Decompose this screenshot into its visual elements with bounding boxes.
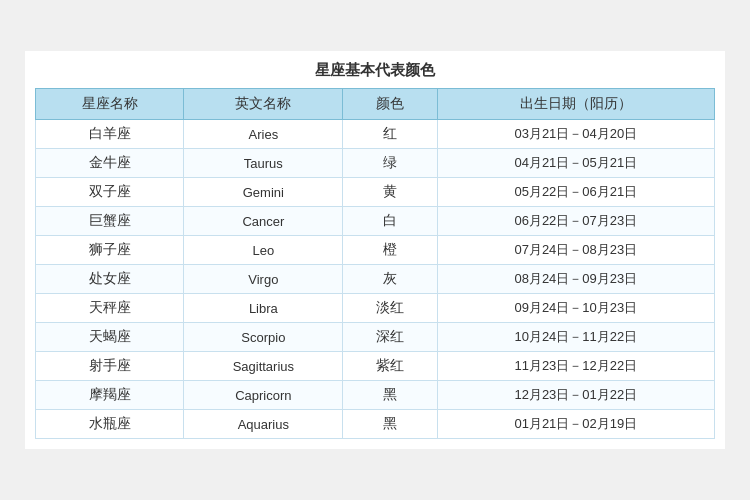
cell-chinese: 白羊座 xyxy=(36,120,184,149)
col-header-dates: 出生日期（阳历） xyxy=(437,89,714,120)
cell-color: 淡红 xyxy=(343,294,437,323)
cell-color: 黑 xyxy=(343,381,437,410)
cell-english: Gemini xyxy=(184,178,343,207)
table-row: 双子座Gemini黄05月22日－06月21日 xyxy=(36,178,715,207)
cell-chinese: 巨蟹座 xyxy=(36,207,184,236)
cell-color: 绿 xyxy=(343,149,437,178)
cell-chinese: 水瓶座 xyxy=(36,410,184,439)
main-container: 星座基本代表颜色 星座名称 英文名称 颜色 出生日期（阳历） 白羊座Aries红… xyxy=(25,51,725,449)
page-title: 星座基本代表颜色 xyxy=(35,61,715,80)
cell-english: Scorpio xyxy=(184,323,343,352)
cell-english: Libra xyxy=(184,294,343,323)
cell-chinese: 狮子座 xyxy=(36,236,184,265)
cell-color: 灰 xyxy=(343,265,437,294)
cell-chinese: 天蝎座 xyxy=(36,323,184,352)
zodiac-table: 星座名称 英文名称 颜色 出生日期（阳历） 白羊座Aries红03月21日－04… xyxy=(35,88,715,439)
cell-color: 红 xyxy=(343,120,437,149)
cell-color: 深红 xyxy=(343,323,437,352)
table-row: 狮子座Leo橙07月24日－08月23日 xyxy=(36,236,715,265)
table-row: 摩羯座Capricorn黑12月23日－01月22日 xyxy=(36,381,715,410)
table-row: 白羊座Aries红03月21日－04月20日 xyxy=(36,120,715,149)
cell-color: 橙 xyxy=(343,236,437,265)
cell-dates: 09月24日－10月23日 xyxy=(437,294,714,323)
cell-dates: 10月24日－11月22日 xyxy=(437,323,714,352)
cell-dates: 03月21日－04月20日 xyxy=(437,120,714,149)
cell-color: 黑 xyxy=(343,410,437,439)
cell-english: Aries xyxy=(184,120,343,149)
cell-color: 黄 xyxy=(343,178,437,207)
table-row: 射手座Sagittarius紫红11月23日－12月22日 xyxy=(36,352,715,381)
cell-dates: 11月23日－12月22日 xyxy=(437,352,714,381)
cell-chinese: 射手座 xyxy=(36,352,184,381)
cell-english: Cancer xyxy=(184,207,343,236)
table-row: 巨蟹座Cancer白06月22日－07月23日 xyxy=(36,207,715,236)
cell-chinese: 双子座 xyxy=(36,178,184,207)
cell-dates: 01月21日－02月19日 xyxy=(437,410,714,439)
cell-english: Capricorn xyxy=(184,381,343,410)
table-row: 水瓶座Aquarius黑01月21日－02月19日 xyxy=(36,410,715,439)
cell-english: Aquarius xyxy=(184,410,343,439)
cell-dates: 12月23日－01月22日 xyxy=(437,381,714,410)
cell-english: Leo xyxy=(184,236,343,265)
cell-english: Taurus xyxy=(184,149,343,178)
cell-chinese: 处女座 xyxy=(36,265,184,294)
cell-dates: 08月24日－09月23日 xyxy=(437,265,714,294)
cell-chinese: 天秤座 xyxy=(36,294,184,323)
table-row: 金牛座Taurus绿04月21日－05月21日 xyxy=(36,149,715,178)
col-header-english: 英文名称 xyxy=(184,89,343,120)
table-row: 处女座Virgo灰08月24日－09月23日 xyxy=(36,265,715,294)
col-header-color: 颜色 xyxy=(343,89,437,120)
table-row: 天蝎座Scorpio深红10月24日－11月22日 xyxy=(36,323,715,352)
cell-color: 白 xyxy=(343,207,437,236)
cell-dates: 04月21日－05月21日 xyxy=(437,149,714,178)
cell-dates: 07月24日－08月23日 xyxy=(437,236,714,265)
cell-dates: 06月22日－07月23日 xyxy=(437,207,714,236)
cell-color: 紫红 xyxy=(343,352,437,381)
cell-english: Sagittarius xyxy=(184,352,343,381)
cell-dates: 05月22日－06月21日 xyxy=(437,178,714,207)
table-header-row: 星座名称 英文名称 颜色 出生日期（阳历） xyxy=(36,89,715,120)
cell-chinese: 金牛座 xyxy=(36,149,184,178)
cell-chinese: 摩羯座 xyxy=(36,381,184,410)
col-header-chinese: 星座名称 xyxy=(36,89,184,120)
table-row: 天秤座Libra淡红09月24日－10月23日 xyxy=(36,294,715,323)
cell-english: Virgo xyxy=(184,265,343,294)
